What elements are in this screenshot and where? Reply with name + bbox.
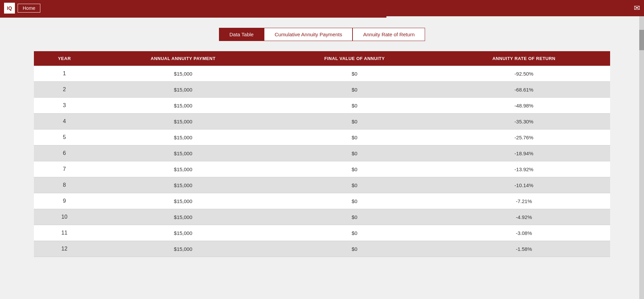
cell-year: 5 bbox=[34, 129, 95, 145]
cell-year: 3 bbox=[34, 98, 95, 114]
table-row: 8$15,000$0-10.14% bbox=[34, 177, 610, 193]
table-row: 11$15,000$0-3.08% bbox=[34, 225, 610, 241]
cell-annual-payment: $15,000 bbox=[95, 177, 271, 193]
scrollbar-track[interactable] bbox=[639, 16, 644, 299]
cell-rate: -48.98% bbox=[438, 98, 610, 114]
table-row: 12$15,000$0-1.58% bbox=[34, 241, 610, 257]
cell-rate: -18.94% bbox=[438, 145, 610, 161]
cell-final-value: $0 bbox=[271, 98, 438, 114]
cell-year: 7 bbox=[34, 161, 95, 177]
col-year: YEAR bbox=[34, 51, 95, 66]
cell-annual-payment: $15,000 bbox=[95, 241, 271, 257]
table-container: YEAR ANNUAL ANNUITY PAYMENT FINAL VALUE … bbox=[34, 51, 610, 257]
cell-final-value: $0 bbox=[271, 129, 438, 145]
home-button[interactable]: Home bbox=[18, 4, 40, 13]
cell-year: 11 bbox=[34, 225, 95, 241]
cell-year: 9 bbox=[34, 193, 95, 209]
cell-annual-payment: $15,000 bbox=[95, 193, 271, 209]
cell-rate: -7.21% bbox=[438, 193, 610, 209]
table-row: 7$15,000$0-13.92% bbox=[34, 161, 610, 177]
mail-icon[interactable]: ✉ bbox=[634, 4, 640, 13]
header: IQ Home ✉ bbox=[0, 0, 644, 16]
cell-year: 10 bbox=[34, 209, 95, 225]
cell-year: 4 bbox=[34, 114, 95, 129]
cell-annual-payment: $15,000 bbox=[95, 145, 271, 161]
cell-final-value: $0 bbox=[271, 145, 438, 161]
table-header-row: YEAR ANNUAL ANNUITY PAYMENT FINAL VALUE … bbox=[34, 51, 610, 66]
cell-rate: -13.92% bbox=[438, 161, 610, 177]
tab-data-table[interactable]: Data Table bbox=[219, 28, 264, 41]
cell-year: 2 bbox=[34, 82, 95, 98]
cell-final-value: $0 bbox=[271, 66, 438, 82]
table-body: 1$15,000$0-92.50%2$15,000$0-68.61%3$15,0… bbox=[34, 66, 610, 257]
cell-final-value: $0 bbox=[271, 241, 438, 257]
cell-annual-payment: $15,000 bbox=[95, 82, 271, 98]
cell-year: 6 bbox=[34, 145, 95, 161]
cell-final-value: $0 bbox=[271, 193, 438, 209]
table-row: 4$15,000$0-35.30% bbox=[34, 114, 610, 129]
cell-rate: -25.76% bbox=[438, 129, 610, 145]
cell-annual-payment: $15,000 bbox=[95, 225, 271, 241]
cell-annual-payment: $15,000 bbox=[95, 129, 271, 145]
logo: IQ bbox=[4, 3, 15, 14]
cell-rate: -35.30% bbox=[438, 114, 610, 129]
col-rate: ANNUITY RATE OF RETURN bbox=[438, 51, 610, 66]
cell-rate: -10.14% bbox=[438, 177, 610, 193]
table-row: 6$15,000$0-18.94% bbox=[34, 145, 610, 161]
data-table: YEAR ANNUAL ANNUITY PAYMENT FINAL VALUE … bbox=[34, 51, 610, 257]
table-row: 9$15,000$0-7.21% bbox=[34, 193, 610, 209]
cell-final-value: $0 bbox=[271, 209, 438, 225]
cell-annual-payment: $15,000 bbox=[95, 114, 271, 129]
main-content: Data Table Cumulative Annuity Payments A… bbox=[0, 18, 644, 267]
tab-annuity-rate[interactable]: Annuity Rate of Return bbox=[353, 28, 425, 41]
cell-rate: -3.08% bbox=[438, 225, 610, 241]
cell-rate: -1.58% bbox=[438, 241, 610, 257]
scrollbar-thumb[interactable] bbox=[639, 30, 644, 50]
cell-rate: -92.50% bbox=[438, 66, 610, 82]
cell-final-value: $0 bbox=[271, 161, 438, 177]
cell-final-value: $0 bbox=[271, 82, 438, 98]
table-row: 10$15,000$0-4.92% bbox=[34, 209, 610, 225]
cell-annual-payment: $15,000 bbox=[95, 98, 271, 114]
cell-year: 1 bbox=[34, 66, 95, 82]
tab-container: Data Table Cumulative Annuity Payments A… bbox=[34, 28, 610, 41]
table-row: 1$15,000$0-92.50% bbox=[34, 66, 610, 82]
cell-final-value: $0 bbox=[271, 177, 438, 193]
cell-rate: -68.61% bbox=[438, 82, 610, 98]
cell-annual-payment: $15,000 bbox=[95, 66, 271, 82]
cell-rate: -4.92% bbox=[438, 209, 610, 225]
header-left: IQ Home bbox=[4, 3, 40, 14]
cell-final-value: $0 bbox=[271, 114, 438, 129]
table-row: 2$15,000$0-68.61% bbox=[34, 82, 610, 98]
col-annual-payment: ANNUAL ANNUITY PAYMENT bbox=[95, 51, 271, 66]
cell-annual-payment: $15,000 bbox=[95, 209, 271, 225]
cell-annual-payment: $15,000 bbox=[95, 161, 271, 177]
table-row: 3$15,000$0-48.98% bbox=[34, 98, 610, 114]
cell-year: 8 bbox=[34, 177, 95, 193]
cell-year: 12 bbox=[34, 241, 95, 257]
table-row: 5$15,000$0-25.76% bbox=[34, 129, 610, 145]
cell-final-value: $0 bbox=[271, 225, 438, 241]
tab-cumulative-annuity[interactable]: Cumulative Annuity Payments bbox=[264, 28, 353, 41]
col-final-value: FINAL VALUE OF ANNUITY bbox=[271, 51, 438, 66]
